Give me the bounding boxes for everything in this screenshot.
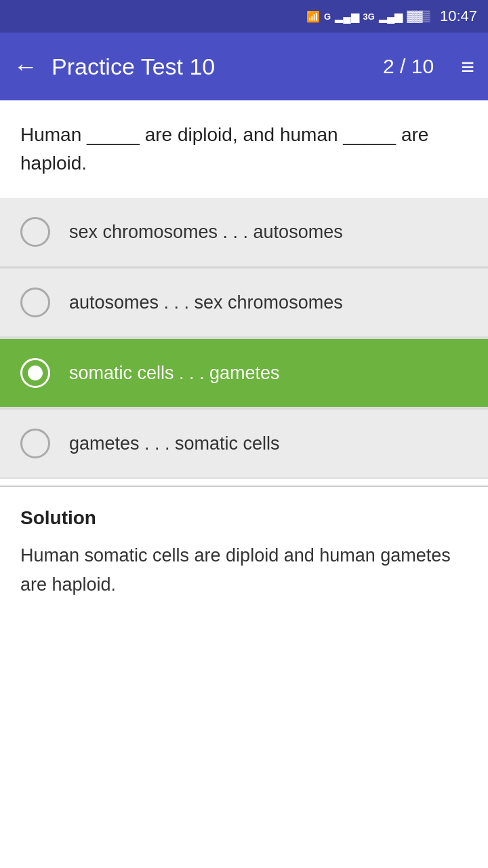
option-3[interactable]: somatic cells . . . gametes [0,338,488,408]
option-4[interactable]: gametes . . . somatic cells [0,408,488,479]
signal-3g-icon: 3G [363,12,375,22]
radio-4 [20,429,50,458]
signal-bars-icon: ▂▄▆ [335,10,359,23]
question-text: Human _____ are diploid, and human _____… [20,121,468,178]
radio-3 [20,358,50,388]
signal-bars2-icon: ▂▄▆ [379,10,403,23]
radio-inner-3 [28,366,43,380]
options-container: sex chromosomes . . . autosomes autosome… [0,198,488,479]
wifi-icon: 📶 [306,10,320,23]
solution-text: Human somatic cells are diploid and huma… [20,541,468,599]
option-1[interactable]: sex chromosomes . . . autosomes [0,198,488,267]
status-icons: 📶 G ▂▄▆ 3G ▂▄▆ ▓▓▒ [306,10,430,23]
signal-4g-icon: G [324,12,331,22]
back-button[interactable]: ← [14,52,38,81]
option-4-text: gametes . . . somatic cells [69,433,280,454]
radio-1 [20,217,50,247]
page-title: Practice Test 10 [52,54,369,80]
menu-button[interactable]: ≡ [461,54,474,80]
progress-indicator: 2 / 10 [383,55,434,78]
status-time: 10:47 [440,7,477,25]
solution-title: Solution [20,507,468,529]
option-1-text: sex chromosomes . . . autosomes [69,222,343,243]
option-2[interactable]: autosomes . . . sex chromosomes [0,267,488,338]
status-bar: 📶 G ▂▄▆ 3G ▂▄▆ ▓▓▒ 10:47 [0,0,488,33]
battery-icon: ▓▓▒ [407,10,430,22]
option-3-text: somatic cells . . . gametes [69,363,280,384]
option-2-text: autosomes . . . sex chromosomes [69,292,343,313]
solution-container: Solution Human somatic cells are diploid… [0,487,488,620]
radio-2 [20,288,50,317]
question-container: Human _____ are diploid, and human _____… [0,100,488,191]
app-bar: ← Practice Test 10 2 / 10 ≡ [0,33,488,100]
